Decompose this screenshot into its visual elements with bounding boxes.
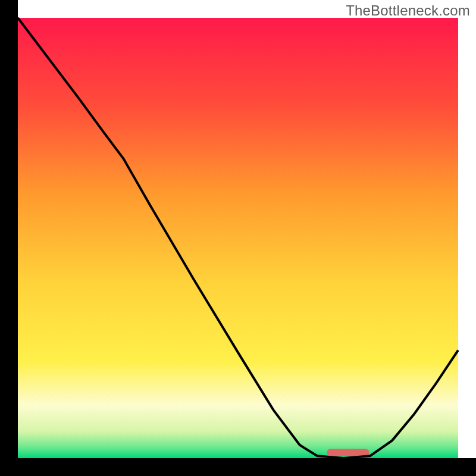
axis-bottom <box>0 458 476 476</box>
bottleneck-chart <box>0 0 476 476</box>
plot-background <box>18 18 458 458</box>
chart-container: TheBottleneck.com <box>0 0 476 476</box>
axis-left <box>0 0 18 476</box>
watermark-text: TheBottleneck.com <box>346 2 470 19</box>
